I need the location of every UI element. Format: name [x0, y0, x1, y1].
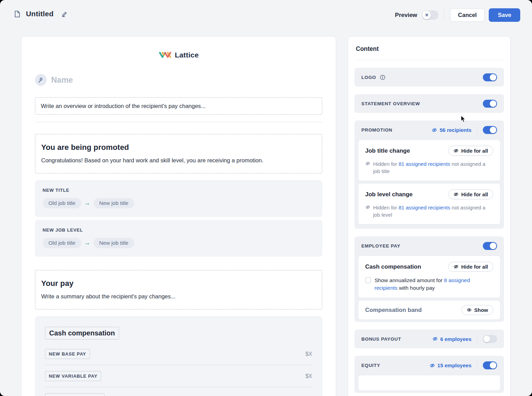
eye-off-icon	[432, 336, 438, 342]
statement-overview-label: STATEMENT OVERVIEW	[361, 101, 420, 106]
employee-pay-section: EMPLOYEE PAY Cash compensation Hide for …	[354, 236, 504, 322]
promotion-label: PROMOTION	[361, 127, 393, 133]
eye-off-icon	[365, 205, 370, 218]
logo-row: LOGO	[354, 68, 504, 87]
equity-settings-card	[358, 375, 501, 391]
assigned-recipients-link[interactable]: 81 assigned recipients	[398, 161, 450, 167]
logo-toggle[interactable]	[483, 73, 497, 81]
statement-overview-row: STATEMENT OVERVIEW	[354, 94, 504, 113]
job-title-change-card: Job title change Hide for all Hidden for…	[358, 140, 501, 181]
recipient-name-field[interactable]: Name	[35, 74, 322, 86]
annualized-amount-option: Show annualized amount for 8 assigned re…	[365, 277, 493, 292]
divider	[35, 122, 322, 122]
eye-off-icon	[365, 161, 370, 175]
cash-compensation-heading: Cash compensation	[49, 329, 115, 337]
mouse-cursor	[461, 115, 467, 123]
app-window: Untitled Preview ✕ Cancel Save	[0, 0, 532, 396]
promotion-body: Congratulations! Based on your hard work…	[41, 157, 316, 164]
edit-title-icon[interactable]	[61, 11, 68, 17]
table-row: NEW VARIABLE PAY $X	[45, 365, 312, 387]
bonus-payout-toggle[interactable]	[483, 335, 497, 343]
eye-off-icon	[453, 264, 459, 269]
equity-section: EQUITY 15 employees	[354, 356, 504, 393]
eye-off-icon	[453, 192, 459, 197]
document-icon	[13, 10, 21, 18]
cash-compensation-heading-box[interactable]: Cash compensation	[45, 327, 119, 340]
new-base-pay-value: $X	[305, 351, 312, 357]
brand-logo: Lattice	[35, 50, 322, 60]
cash-compensation-card: Cash compensation NEW BASE PAY $X NEW VA…	[35, 316, 322, 396]
bonus-payout-row: BONUS PAYOUT 6 employees	[354, 330, 504, 348]
close-icon: ✕	[425, 12, 429, 18]
equity-toggle[interactable]	[483, 361, 497, 369]
your-pay-placeholder: Write a summary about the recipient's pa…	[41, 293, 316, 300]
new-job-title-pill: New job title	[93, 198, 134, 208]
preview-toggle-knob: ✕	[422, 11, 431, 19]
new-title-label: NEW TITLE	[43, 188, 315, 193]
promotion-heading: You are being promoted	[41, 143, 316, 152]
arrow-right-icon: →	[84, 240, 90, 246]
section-divider	[477, 360, 477, 371]
new-variable-pay-label[interactable]: NEW VARIABLE PAY	[45, 371, 101, 381]
cash-compensation-settings-card: Cash compensation Hide for all Show annu…	[358, 255, 501, 298]
preview-label: Preview	[395, 12, 417, 19]
table-row: NEW BONUS TARGET $X	[45, 387, 312, 396]
job-title-change-title: Job title change	[365, 147, 410, 154]
new-base-pay-label[interactable]: NEW BASE PAY	[45, 349, 90, 359]
promotion-text-block[interactable]: You are being promoted Congratulations! …	[35, 134, 322, 173]
show-button[interactable]: Show	[461, 305, 493, 315]
your-pay-text-block[interactable]: Your pay Write a summary about the recip…	[35, 270, 322, 309]
avatar	[35, 74, 47, 86]
new-bonus-target-label[interactable]: NEW BONUS TARGET	[45, 393, 105, 396]
employee-pay-toggle[interactable]	[483, 242, 497, 250]
new-job-level-pill: New job title	[93, 238, 134, 248]
promotion-toggle[interactable]	[483, 126, 497, 134]
save-button[interactable]: Save	[489, 8, 520, 22]
equity-employees-link[interactable]: 15 employees	[430, 362, 471, 368]
job-level-change-title: Job level change	[365, 191, 413, 198]
employee-pay-label: EMPLOYEE PAY	[361, 243, 400, 249]
hide-for-all-button[interactable]: Hide for all	[448, 189, 493, 199]
bonus-payout-label: BONUS PAYOUT	[361, 336, 401, 342]
eye-off-icon	[430, 363, 435, 368]
equity-label: EQUITY	[361, 363, 380, 368]
name-placeholder: Name	[51, 75, 73, 85]
compensation-band-title: Compensation band	[365, 307, 422, 314]
table-row: NEW BASE PAY $X	[45, 343, 312, 365]
job-level-change-card: Job level change Hide for all Hidden for…	[358, 183, 501, 225]
top-bar: Untitled Preview ✕ Cancel Save	[0, 0, 532, 30]
cancel-button[interactable]: Cancel	[450, 8, 485, 22]
eye-off-icon	[453, 148, 459, 153]
section-divider	[477, 333, 477, 344]
statement-overview-toggle[interactable]	[483, 100, 497, 108]
statement-editor-panel: Lattice Name Write an overview or introd…	[21, 36, 336, 396]
eye-icon	[467, 307, 472, 313]
topbar-divider	[444, 10, 444, 21]
annualized-amount-checkbox[interactable]	[365, 277, 371, 283]
hide-for-all-button[interactable]: Hide for all	[448, 146, 493, 156]
overview-input[interactable]: Write an overview or introduction of the…	[35, 97, 322, 115]
new-title-card: NEW TITLE Old job title → New job title	[35, 180, 322, 217]
cash-compensation-title: Cash compensation	[365, 263, 421, 270]
assigned-recipients-link[interactable]: 81 assigned recipients	[398, 205, 450, 210]
old-job-title-pill: Old job title	[43, 198, 81, 208]
your-pay-heading: Your pay	[41, 279, 316, 288]
brand-wordmark: Lattice	[175, 51, 199, 59]
new-variable-pay-value: $X	[305, 373, 312, 379]
content-panel-title: Content	[354, 37, 504, 60]
lattice-logo-icon	[159, 51, 172, 60]
overview-placeholder: Write an overview or introduction of the…	[41, 103, 206, 109]
page-title: Untitled	[26, 10, 54, 18]
promotion-recipients-link[interactable]: 56 recipients	[432, 127, 471, 133]
old-job-level-pill: Old job title	[43, 238, 81, 248]
promotion-section: PROMOTION 56 recipients Job title change	[354, 120, 504, 229]
new-job-level-card: NEW JOB LEVEL Old job title → New job ti…	[35, 220, 322, 256]
hide-for-all-button[interactable]: Hide for all	[448, 262, 493, 272]
info-icon[interactable]	[380, 74, 386, 80]
hidden-note: Hidden for 81 assigned recipients not as…	[365, 160, 493, 175]
logo-label: LOGO	[361, 75, 376, 80]
bonus-employees-link[interactable]: 6 employees	[432, 336, 471, 342]
new-job-level-label: NEW JOB LEVEL	[43, 227, 315, 233]
preview-toggle[interactable]: ✕	[422, 10, 439, 20]
eye-off-icon	[432, 127, 437, 133]
